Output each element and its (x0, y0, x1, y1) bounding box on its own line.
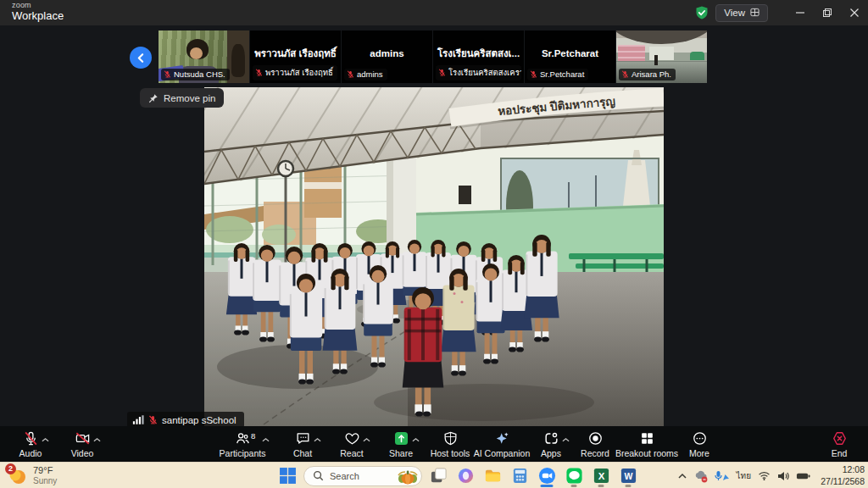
mic-location-icon[interactable] (715, 465, 730, 487)
calculator-taskbar-icon[interactable] (509, 465, 531, 487)
running-indicator (598, 485, 604, 487)
participant-name-pill: Nutsuda CHS. (161, 69, 230, 80)
zoom-workplace-window: zoom Workplace View (0, 0, 868, 488)
participant-name: พราวนภัส เรืองฤทธิ์ (265, 66, 333, 79)
share-icon (393, 430, 409, 446)
end-call-icon (832, 430, 848, 446)
remove-pin-button[interactable]: Remove pin (140, 88, 224, 108)
battery-icon[interactable] (796, 465, 810, 487)
search-input[interactable]: Search (303, 466, 422, 486)
weather-temp: 79°F (33, 465, 57, 476)
maximize-button[interactable] (814, 0, 841, 25)
file-explorer-taskbar-icon[interactable] (481, 465, 504, 487)
task-view-taskbar-icon[interactable] (427, 465, 449, 487)
system-tray: ไทย12:0827/11/2568 (677, 463, 865, 488)
chevron-up-icon[interactable] (93, 437, 101, 442)
taskbar-clock[interactable]: 12:0827/11/2568 (817, 464, 865, 486)
participants-filmstrip: Nutsuda CHS.พราวนภัส เรืองฤทธิ์พราวนภัส … (159, 30, 707, 83)
mic-off-icon (255, 69, 263, 76)
participant-name-pill: พราวนภัส เรืองฤทธิ์ (253, 65, 337, 80)
participant-name-pill: admins (344, 69, 387, 80)
search-icon (313, 470, 324, 481)
meeting-toolbar: AudioVideoParticipants8ChatReactShareHos… (0, 426, 868, 462)
mic-off-icon (347, 70, 354, 78)
minimize-button[interactable] (787, 0, 814, 25)
running-indicator (571, 485, 577, 487)
taskbar-apps: SearchXW (276, 463, 639, 488)
speaker-name: santipap sSchool (162, 415, 236, 425)
mic-off-icon (530, 70, 537, 78)
mic-off-icon (621, 70, 629, 78)
zoom-taskbar-icon[interactable] (536, 465, 558, 487)
school-assembly-scene: หอประชุม ปีติมหาการุญ (204, 87, 664, 426)
clock-date: 27/11/2568 (821, 476, 865, 487)
copilot-taskbar-icon[interactable] (454, 465, 476, 487)
signal-bars-icon (132, 415, 144, 424)
toolbar-item-label: Audio (19, 449, 42, 458)
filmstrip-tile-nutsuda[interactable]: Nutsuda CHS. (159, 30, 249, 83)
mic-off-icon (148, 415, 158, 424)
participant-name: admins (357, 69, 383, 79)
toolbar-item-label: More (689, 449, 709, 458)
filmstrip-tile-prawanphat[interactable]: พราวนภัส เรืองฤทธิ์พราวนภัส เรืองฤทธิ์ (250, 30, 341, 83)
running-indicator (541, 485, 554, 487)
toolbar-item-label: Record (581, 449, 609, 458)
windows-taskbar: 2 79°F Sunny SearchXW ไทย12:0827/11/2568 (0, 462, 868, 488)
pinned-participant-video: หอประชุม ปีติมหาการุญ (204, 87, 664, 426)
view-grid-icon (750, 8, 760, 19)
mic-off-icon (23, 430, 39, 446)
participant-name-pill: Arisara Ph. (619, 69, 676, 80)
participant-name: Arisara Ph. (632, 69, 671, 79)
end-meeting-button[interactable]: End (798, 430, 868, 458)
participants-icon (235, 430, 251, 446)
weather-condition: Sunny (33, 476, 57, 486)
participant-name: Sr.Petcharat (540, 69, 584, 79)
chevron-up-icon[interactable] (677, 465, 687, 487)
filmstrip-tile-admins[interactable]: adminsadmins (342, 30, 432, 83)
video-button[interactable]: Video (42, 430, 123, 458)
security-shield-icon[interactable] (693, 4, 710, 21)
close-button[interactable] (841, 0, 868, 25)
titlebar: zoom Workplace View (0, 0, 868, 25)
line-taskbar-icon[interactable] (563, 465, 585, 487)
toolbar-item-label: Chat (293, 449, 312, 458)
filmstrip-previous-button[interactable] (130, 47, 152, 69)
svg-text:W: W (624, 471, 632, 481)
wifi-icon[interactable] (758, 465, 771, 487)
mic-off-icon (164, 70, 171, 78)
filmstrip-tile-sr-petcharat[interactable]: Sr.PetcharatSr.Petcharat (525, 30, 615, 83)
language-indicator[interactable]: ไทย (737, 465, 751, 487)
zoom-workplace-logo: zoom Workplace (12, 2, 64, 21)
weather-widget[interactable]: 2 79°F Sunny (7, 464, 57, 487)
participant-name-pill: Sr.Petcharat (527, 69, 588, 80)
onedrive-icon[interactable] (694, 465, 708, 487)
notification-badge: 2 (5, 463, 16, 474)
view-button[interactable]: View (715, 4, 768, 22)
remove-pin-label: Remove pin (164, 93, 215, 103)
participant-name: โรงเรียนคริสตสงเคราะห์ (448, 66, 521, 79)
sun-icon: 2 (7, 466, 27, 486)
volume-icon[interactable] (777, 465, 789, 487)
view-label: View (724, 8, 745, 18)
participant-name: Nutsuda CHS. (174, 69, 225, 79)
excel-taskbar-icon[interactable]: X (590, 465, 612, 487)
filmstrip-tile-arisara[interactable]: Arisara Ph. (616, 30, 707, 83)
participants-count: 8 (251, 432, 255, 441)
record-icon (587, 430, 604, 446)
mic-off-icon (438, 69, 446, 76)
running-indicator (626, 485, 632, 487)
heart-icon (344, 430, 360, 446)
search-placeholder: Search (330, 471, 388, 481)
camera-off-icon (75, 430, 91, 446)
more-icon (692, 430, 708, 446)
filmstrip-tile-christ-school[interactable]: โรงเรียนคริสตสงเ...โรงเรียนคริสตสงเคราะห… (433, 30, 524, 83)
chat-icon (295, 430, 311, 446)
windows-start-taskbar-icon[interactable] (276, 465, 298, 487)
breakout-icon (639, 430, 655, 446)
toolbar-item-label: Participants (220, 449, 266, 458)
sparkle-icon (494, 430, 510, 446)
end-label: End (832, 449, 848, 458)
shield-icon (442, 430, 459, 446)
more-button[interactable]: More (659, 430, 740, 458)
word-taskbar-icon[interactable]: W (617, 465, 639, 487)
